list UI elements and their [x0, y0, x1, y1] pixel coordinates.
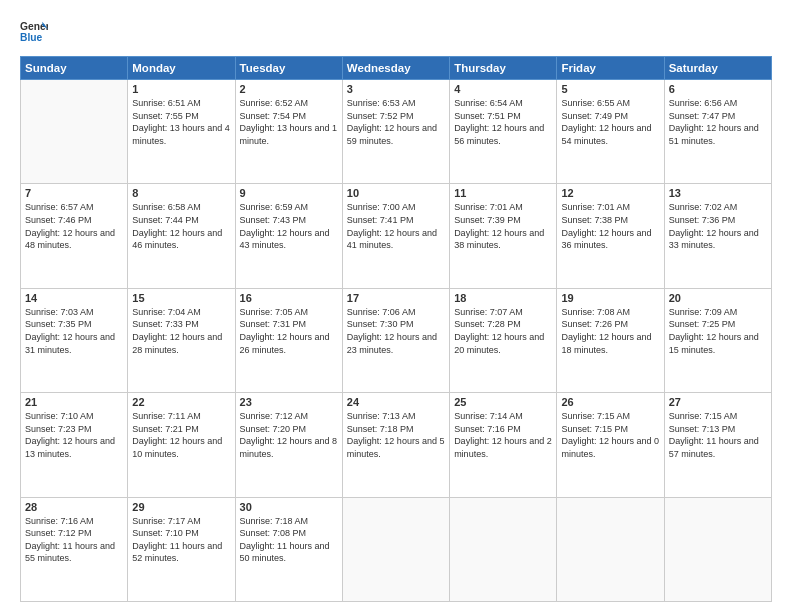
cell-info: Sunrise: 7:00 AMSunset: 7:41 PMDaylight:… — [347, 201, 445, 251]
cell-info: Sunrise: 6:59 AMSunset: 7:43 PMDaylight:… — [240, 201, 338, 251]
calendar-cell: 26Sunrise: 7:15 AMSunset: 7:15 PMDayligh… — [557, 393, 664, 497]
calendar-cell: 10Sunrise: 7:00 AMSunset: 7:41 PMDayligh… — [342, 184, 449, 288]
calendar-cell: 3Sunrise: 6:53 AMSunset: 7:52 PMDaylight… — [342, 80, 449, 184]
cell-info: Sunrise: 7:04 AMSunset: 7:33 PMDaylight:… — [132, 306, 230, 356]
day-number: 2 — [240, 83, 338, 95]
day-number: 7 — [25, 187, 123, 199]
day-number: 29 — [132, 501, 230, 513]
weekday-header: Thursday — [450, 57, 557, 80]
day-number: 23 — [240, 396, 338, 408]
day-number: 5 — [561, 83, 659, 95]
calendar-table: SundayMondayTuesdayWednesdayThursdayFrid… — [20, 56, 772, 602]
svg-text:Blue: Blue — [20, 32, 43, 43]
calendar-cell — [450, 497, 557, 601]
day-number: 1 — [132, 83, 230, 95]
day-number: 6 — [669, 83, 767, 95]
day-number: 21 — [25, 396, 123, 408]
weekday-header: Sunday — [21, 57, 128, 80]
calendar-cell: 8Sunrise: 6:58 AMSunset: 7:44 PMDaylight… — [128, 184, 235, 288]
day-number: 8 — [132, 187, 230, 199]
calendar-cell: 5Sunrise: 6:55 AMSunset: 7:49 PMDaylight… — [557, 80, 664, 184]
cell-info: Sunrise: 6:57 AMSunset: 7:46 PMDaylight:… — [25, 201, 123, 251]
calendar-cell: 13Sunrise: 7:02 AMSunset: 7:36 PMDayligh… — [664, 184, 771, 288]
day-number: 9 — [240, 187, 338, 199]
cell-info: Sunrise: 7:09 AMSunset: 7:25 PMDaylight:… — [669, 306, 767, 356]
calendar-cell: 22Sunrise: 7:11 AMSunset: 7:21 PMDayligh… — [128, 393, 235, 497]
calendar-cell — [557, 497, 664, 601]
svg-text:General: General — [20, 21, 48, 32]
day-number: 28 — [25, 501, 123, 513]
cell-info: Sunrise: 7:03 AMSunset: 7:35 PMDaylight:… — [25, 306, 123, 356]
cell-info: Sunrise: 7:01 AMSunset: 7:38 PMDaylight:… — [561, 201, 659, 251]
cell-info: Sunrise: 6:58 AMSunset: 7:44 PMDaylight:… — [132, 201, 230, 251]
calendar-cell: 11Sunrise: 7:01 AMSunset: 7:39 PMDayligh… — [450, 184, 557, 288]
day-number: 13 — [669, 187, 767, 199]
day-number: 16 — [240, 292, 338, 304]
cell-info: Sunrise: 7:02 AMSunset: 7:36 PMDaylight:… — [669, 201, 767, 251]
cell-info: Sunrise: 6:52 AMSunset: 7:54 PMDaylight:… — [240, 97, 338, 147]
calendar-cell: 21Sunrise: 7:10 AMSunset: 7:23 PMDayligh… — [21, 393, 128, 497]
cell-info: Sunrise: 7:16 AMSunset: 7:12 PMDaylight:… — [25, 515, 123, 565]
calendar-cell: 6Sunrise: 6:56 AMSunset: 7:47 PMDaylight… — [664, 80, 771, 184]
calendar-cell: 19Sunrise: 7:08 AMSunset: 7:26 PMDayligh… — [557, 288, 664, 392]
calendar-cell: 1Sunrise: 6:51 AMSunset: 7:55 PMDaylight… — [128, 80, 235, 184]
day-number: 15 — [132, 292, 230, 304]
calendar-cell: 24Sunrise: 7:13 AMSunset: 7:18 PMDayligh… — [342, 393, 449, 497]
calendar-cell — [342, 497, 449, 601]
cell-info: Sunrise: 6:51 AMSunset: 7:55 PMDaylight:… — [132, 97, 230, 147]
cell-info: Sunrise: 6:56 AMSunset: 7:47 PMDaylight:… — [669, 97, 767, 147]
calendar-cell: 25Sunrise: 7:14 AMSunset: 7:16 PMDayligh… — [450, 393, 557, 497]
calendar-cell: 17Sunrise: 7:06 AMSunset: 7:30 PMDayligh… — [342, 288, 449, 392]
day-number: 25 — [454, 396, 552, 408]
weekday-header: Wednesday — [342, 57, 449, 80]
day-number: 27 — [669, 396, 767, 408]
day-number: 11 — [454, 187, 552, 199]
day-number: 4 — [454, 83, 552, 95]
calendar-week-row: 28Sunrise: 7:16 AMSunset: 7:12 PMDayligh… — [21, 497, 772, 601]
calendar-cell: 4Sunrise: 6:54 AMSunset: 7:51 PMDaylight… — [450, 80, 557, 184]
weekday-header-row: SundayMondayTuesdayWednesdayThursdayFrid… — [21, 57, 772, 80]
cell-info: Sunrise: 7:17 AMSunset: 7:10 PMDaylight:… — [132, 515, 230, 565]
day-number: 24 — [347, 396, 445, 408]
day-number: 10 — [347, 187, 445, 199]
calendar-week-row: 14Sunrise: 7:03 AMSunset: 7:35 PMDayligh… — [21, 288, 772, 392]
calendar-cell — [21, 80, 128, 184]
cell-info: Sunrise: 7:13 AMSunset: 7:18 PMDaylight:… — [347, 410, 445, 460]
header: General Blue — [20, 18, 772, 46]
day-number: 20 — [669, 292, 767, 304]
cell-info: Sunrise: 7:05 AMSunset: 7:31 PMDaylight:… — [240, 306, 338, 356]
weekday-header: Friday — [557, 57, 664, 80]
day-number: 17 — [347, 292, 445, 304]
calendar-cell: 12Sunrise: 7:01 AMSunset: 7:38 PMDayligh… — [557, 184, 664, 288]
cell-info: Sunrise: 7:15 AMSunset: 7:13 PMDaylight:… — [669, 410, 767, 460]
cell-info: Sunrise: 7:15 AMSunset: 7:15 PMDaylight:… — [561, 410, 659, 460]
calendar-cell: 20Sunrise: 7:09 AMSunset: 7:25 PMDayligh… — [664, 288, 771, 392]
calendar-cell: 16Sunrise: 7:05 AMSunset: 7:31 PMDayligh… — [235, 288, 342, 392]
cell-info: Sunrise: 7:11 AMSunset: 7:21 PMDaylight:… — [132, 410, 230, 460]
day-number: 3 — [347, 83, 445, 95]
weekday-header: Monday — [128, 57, 235, 80]
cell-info: Sunrise: 7:08 AMSunset: 7:26 PMDaylight:… — [561, 306, 659, 356]
cell-info: Sunrise: 7:10 AMSunset: 7:23 PMDaylight:… — [25, 410, 123, 460]
calendar-cell: 27Sunrise: 7:15 AMSunset: 7:13 PMDayligh… — [664, 393, 771, 497]
page: General Blue SundayMondayTuesdayWednesda… — [0, 0, 792, 612]
calendar-cell: 14Sunrise: 7:03 AMSunset: 7:35 PMDayligh… — [21, 288, 128, 392]
calendar-week-row: 21Sunrise: 7:10 AMSunset: 7:23 PMDayligh… — [21, 393, 772, 497]
cell-info: Sunrise: 7:12 AMSunset: 7:20 PMDaylight:… — [240, 410, 338, 460]
calendar-cell: 9Sunrise: 6:59 AMSunset: 7:43 PMDaylight… — [235, 184, 342, 288]
calendar-cell: 30Sunrise: 7:18 AMSunset: 7:08 PMDayligh… — [235, 497, 342, 601]
calendar-cell: 2Sunrise: 6:52 AMSunset: 7:54 PMDaylight… — [235, 80, 342, 184]
calendar-cell: 18Sunrise: 7:07 AMSunset: 7:28 PMDayligh… — [450, 288, 557, 392]
cell-info: Sunrise: 7:14 AMSunset: 7:16 PMDaylight:… — [454, 410, 552, 460]
calendar-cell: 29Sunrise: 7:17 AMSunset: 7:10 PMDayligh… — [128, 497, 235, 601]
logo-icon: General Blue — [20, 18, 48, 46]
day-number: 19 — [561, 292, 659, 304]
calendar-cell — [664, 497, 771, 601]
day-number: 18 — [454, 292, 552, 304]
cell-info: Sunrise: 7:06 AMSunset: 7:30 PMDaylight:… — [347, 306, 445, 356]
logo: General Blue — [20, 18, 48, 46]
calendar-cell: 28Sunrise: 7:16 AMSunset: 7:12 PMDayligh… — [21, 497, 128, 601]
day-number: 30 — [240, 501, 338, 513]
calendar-week-row: 1Sunrise: 6:51 AMSunset: 7:55 PMDaylight… — [21, 80, 772, 184]
cell-info: Sunrise: 7:07 AMSunset: 7:28 PMDaylight:… — [454, 306, 552, 356]
